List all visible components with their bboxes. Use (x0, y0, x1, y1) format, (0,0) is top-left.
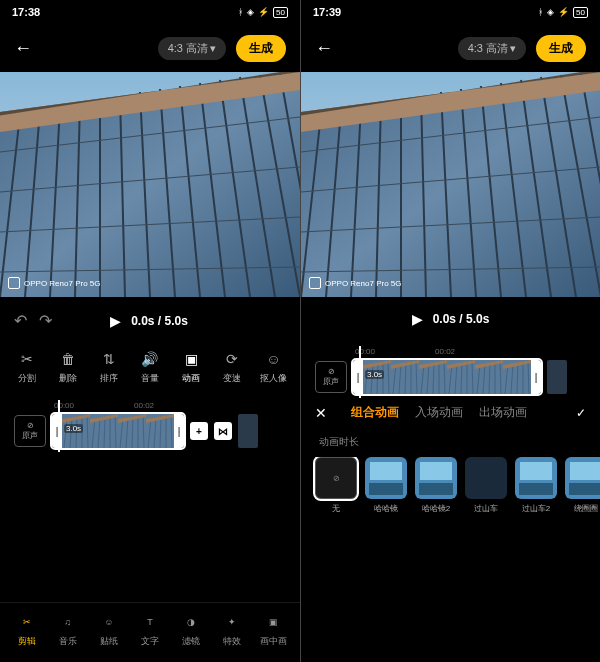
clip-handle-right[interactable]: | (531, 360, 541, 394)
nav-text[interactable]: T文字 (129, 613, 170, 648)
status-time: 17:38 (12, 6, 40, 18)
clip-thumbnail (475, 360, 503, 394)
watermark: OPPO Reno7 Pro 5G (8, 277, 100, 289)
original-audio-toggle[interactable]: ⊘ 原声 (315, 361, 347, 393)
aspect-ratio-selector[interactable]: 4:3 高清 ▾ (458, 37, 526, 60)
watermark-icon (309, 277, 321, 289)
tool-cut[interactable]: ✂分割 (8, 350, 45, 385)
clip-thumbnail (146, 414, 174, 448)
clip-handle-right[interactable]: | (174, 414, 184, 448)
scissors-icon: ✂ (18, 350, 36, 368)
battery-level: 50 (573, 7, 588, 18)
status-bar: 17:39 ᚼ ◈ ⚡ 50 (301, 0, 600, 24)
nav-pip[interactable]: ▣画中画 (253, 613, 294, 648)
playback-controls: ▶ 0.0s / 5.0s (301, 297, 600, 341)
redo-button[interactable]: ↷ (39, 311, 52, 330)
nav-filter[interactable]: ◑滤镜 (171, 613, 212, 648)
generate-button[interactable]: 生成 (236, 35, 286, 62)
chevron-down-icon: ▾ (510, 42, 516, 55)
anim-option-haha1[interactable]: 哈哈镜 (365, 457, 407, 514)
clip-thumbnail (419, 360, 447, 394)
screen-right: 17:39 ᚼ ◈ ⚡ 50 ← 4:3 高清 ▾ 生成 OPPO Reno7 … (300, 0, 600, 662)
play-button[interactable]: ▶ (110, 313, 121, 329)
playback-controls: ↶ ↷ ▶ 0.0s / 5.0s (0, 297, 300, 344)
clip-duration-label: 3.0s (64, 424, 83, 433)
close-button[interactable]: ✕ (315, 405, 331, 421)
sticker-icon: ☺ (100, 613, 118, 631)
clip-handle-left[interactable]: | (353, 360, 363, 394)
nav-music[interactable]: ♫音乐 (47, 613, 88, 648)
timeline[interactable]: 00:00 00:02 ⊘ 原声 | | 3.0s + ⋈ (0, 395, 300, 448)
anim-option-haha2[interactable]: 哈哈镜2 (415, 457, 457, 514)
mute-icon: ⊘ (328, 367, 335, 376)
anim-option-circle[interactable]: 绕圈圈 (565, 457, 600, 514)
top-bar: ← 4:3 高清 ▾ 生成 (301, 24, 600, 72)
tool-animation[interactable]: ▣动画 (173, 350, 210, 385)
battery-icon: ⚡ (258, 7, 269, 17)
aspect-ratio-selector[interactable]: 4:3 高清 ▾ (158, 37, 226, 60)
chevron-down-icon: ▾ (210, 42, 216, 55)
nav-sticker[interactable]: ☺贴纸 (88, 613, 129, 648)
anim-option-coaster[interactable]: 过山车 (465, 457, 507, 514)
bluetooth-icon: ᚼ (238, 7, 243, 17)
top-bar: ← 4:3 高清 ▾ 生成 (0, 24, 300, 72)
generate-button[interactable]: 生成 (536, 35, 586, 62)
video-preview[interactable]: OPPO Reno7 Pro 5G (301, 72, 600, 297)
tab-out-animation[interactable]: 出场动画 (479, 404, 527, 421)
person-icon: ☺ (264, 350, 282, 368)
next-clip[interactable] (238, 414, 258, 448)
trash-icon: 🗑 (59, 350, 77, 368)
original-audio-toggle[interactable]: ⊘ 原声 (14, 415, 46, 447)
video-clip[interactable]: | | 3.0s (52, 414, 184, 448)
tab-combo-animation[interactable]: 组合动画 (351, 404, 399, 421)
play-button[interactable]: ▶ (412, 311, 423, 327)
timeline-ruler: 00:00 00:02 (0, 401, 300, 410)
tool-sort[interactable]: ⇅排序 (90, 350, 127, 385)
anim-option-none[interactable]: ⊘ 无 (315, 457, 357, 514)
anim-option-coaster2[interactable]: 过山车2 (515, 457, 557, 514)
add-clip-button[interactable]: + (190, 422, 208, 440)
nav-edit[interactable]: ✂剪辑 (6, 613, 47, 648)
playhead[interactable] (359, 346, 361, 398)
timeline-ruler: 00:00 00:02 (301, 347, 600, 356)
confirm-button[interactable]: ✓ (576, 406, 586, 420)
timeline[interactable]: 00:00 00:02 ⊘ 原声 | | 3.0s (301, 341, 600, 394)
sort-icon: ⇅ (100, 350, 118, 368)
bluetooth-icon: ᚼ (538, 7, 543, 17)
animation-icon: ▣ (182, 350, 200, 368)
wifi-icon: ◈ (547, 7, 554, 17)
video-preview[interactable]: OPPO Reno7 Pro 5G (0, 72, 300, 297)
timecode: 0.0s / 5.0s (433, 312, 490, 326)
clip-handle-left[interactable]: | (52, 414, 62, 448)
bottom-nav: ✂剪辑 ♫音乐 ☺贴纸 T文字 ◑滤镜 ✦特效 ▣画中画 (0, 602, 300, 662)
none-icon: ⊘ (315, 457, 357, 499)
clip-duration-label: 3.0s (365, 370, 384, 379)
anim-thumbnail (515, 457, 557, 499)
video-clip[interactable]: | | 3.0s (353, 360, 541, 394)
animation-duration-label: 动画时长 (301, 431, 600, 457)
tab-in-animation[interactable]: 入场动画 (415, 404, 463, 421)
tool-volume[interactable]: 🔊音量 (131, 350, 168, 385)
back-button[interactable]: ← (315, 38, 335, 59)
transition-button[interactable]: ⋈ (214, 422, 232, 440)
undo-button[interactable]: ↶ (14, 311, 27, 330)
nav-effect[interactable]: ✦特效 (212, 613, 253, 648)
volume-icon: 🔊 (141, 350, 159, 368)
watermark: OPPO Reno7 Pro 5G (309, 277, 401, 289)
pip-icon: ▣ (264, 613, 282, 631)
back-button[interactable]: ← (14, 38, 34, 59)
anim-thumbnail (365, 457, 407, 499)
status-bar: 17:38 ᚼ ◈ ⚡ 50 (0, 0, 300, 24)
playhead[interactable] (58, 400, 60, 452)
edit-icon: ✂ (18, 613, 36, 631)
battery-level: 50 (273, 7, 288, 18)
effect-icon: ✦ (223, 613, 241, 631)
tool-delete[interactable]: 🗑删除 (49, 350, 86, 385)
tool-speed[interactable]: ⟳变速 (214, 350, 251, 385)
next-clip[interactable] (547, 360, 567, 394)
animation-options: ⊘ 无 哈哈镜 哈哈镜2 过山车 过山车2 绕圈圈 (301, 457, 600, 528)
animation-tabs-row: ✕ 组合动画 入场动画 出场动画 ✓ (301, 394, 600, 431)
tool-cutout[interactable]: ☺抠人像 (255, 350, 292, 385)
timecode: 0.0s / 5.0s (131, 314, 188, 328)
battery-icon: ⚡ (558, 7, 569, 17)
